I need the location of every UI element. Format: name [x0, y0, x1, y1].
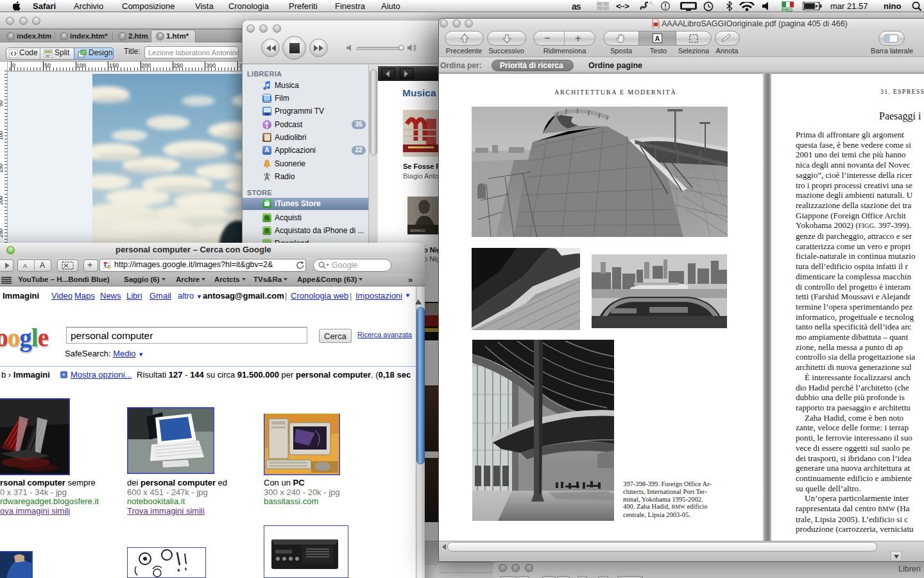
svg-text:NONKIO: NONKIO — [410, 229, 425, 232]
